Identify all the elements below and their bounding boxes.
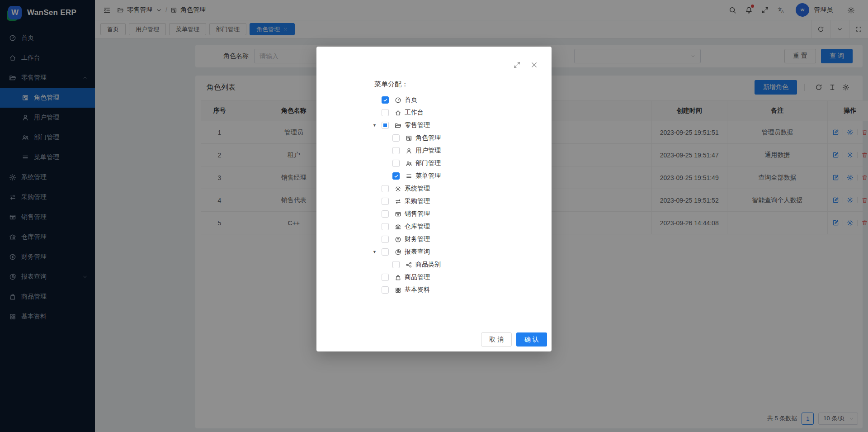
- tree-node-仓库管理: 仓库管理: [367, 220, 542, 233]
- cancel-button[interactable]: 取 消: [481, 332, 512, 347]
- tree-node-label: 销售管理: [405, 210, 430, 218]
- sales-icon: [395, 211, 401, 218]
- tree-node-label: 采购管理: [405, 197, 430, 205]
- home-icon: [395, 109, 401, 116]
- modal-fullscreen-icon[interactable]: [513, 61, 521, 69]
- modal-close-icon[interactable]: [530, 61, 538, 69]
- menu-tree: 首页工作台▼零售管理角色管理用户管理部门管理菜单管理系统管理采购管理销售管理仓库…: [367, 94, 542, 296]
- menu-icon: [406, 173, 412, 180]
- tree-node-label: 零售管理: [405, 121, 430, 129]
- tree-node-label: 系统管理: [405, 185, 430, 193]
- tree-node-工作台: 工作台: [367, 106, 542, 119]
- tree-node-部门管理: 部门管理: [367, 157, 542, 170]
- tree-node-label: 部门管理: [415, 159, 441, 167]
- checkbox-报表查询[interactable]: [382, 248, 389, 256]
- tree-node-菜单管理: 菜单管理: [367, 170, 542, 182]
- user-icon: [406, 147, 412, 154]
- tree-node-label: 财务管理: [405, 235, 430, 243]
- basic-icon: [395, 287, 401, 294]
- warehouse-icon: [395, 223, 401, 230]
- checkbox-采购管理[interactable]: [382, 198, 389, 205]
- tree-node-财务管理: 财务管理: [367, 233, 542, 246]
- tree-node-label: 商品类别: [415, 261, 441, 269]
- checkbox-部门管理[interactable]: [392, 160, 400, 167]
- checkbox-系统管理[interactable]: [382, 185, 389, 192]
- menu-assign-modal: 菜单分配： 首页工作台▼零售管理角色管理用户管理部门管理菜单管理系统管理采购管理…: [316, 47, 552, 351]
- confirm-button[interactable]: 确 认: [516, 332, 547, 347]
- tree-node-采购管理: 采购管理: [367, 195, 542, 208]
- tree-node-首页: 首页: [367, 94, 542, 106]
- tree-node-报表查询: ▼报表查询: [367, 246, 542, 258]
- tree-node-label: 商品管理: [405, 273, 430, 281]
- tree-node-用户管理: 用户管理: [367, 144, 542, 157]
- checkbox-商品管理[interactable]: [382, 274, 389, 281]
- tree-node-销售管理: 销售管理: [367, 208, 542, 220]
- tree-node-label: 工作台: [405, 109, 424, 117]
- tree-node-label: 基本资料: [405, 286, 430, 294]
- goods-icon: [395, 274, 401, 281]
- role-icon: [406, 135, 412, 142]
- checkbox-基本资料[interactable]: [382, 286, 389, 294]
- tree-node-系统管理: 系统管理: [367, 182, 542, 195]
- checkbox-销售管理[interactable]: [382, 210, 389, 218]
- modal-divider: [367, 92, 542, 92]
- tree-node-基本资料: 基本资料: [367, 284, 542, 296]
- dashboard-icon: [395, 97, 401, 104]
- app-root: W WanSen ERP 首页工作台零售管理角色管理用户管理部门管理菜单管理系统…: [0, 0, 868, 432]
- tree-node-商品类别: 商品类别: [367, 258, 542, 271]
- caret-down-icon[interactable]: ▼: [373, 123, 382, 128]
- gear-icon: [395, 185, 401, 192]
- tree-node-label: 用户管理: [415, 147, 441, 155]
- finance-icon: [395, 236, 401, 243]
- tree-node-label: 首页: [405, 96, 417, 104]
- folder-icon: [395, 122, 401, 129]
- tree-node-label: 菜单管理: [415, 172, 441, 180]
- checkbox-财务管理[interactable]: [382, 236, 389, 243]
- tree-node-商品管理: 商品管理: [367, 271, 542, 284]
- checkbox-用户管理[interactable]: [392, 147, 400, 154]
- checkbox-角色管理[interactable]: [392, 134, 400, 142]
- tree-node-零售管理: ▼零售管理: [367, 119, 542, 132]
- share-icon: [406, 261, 412, 268]
- tree-node-label: 角色管理: [415, 134, 441, 142]
- checkbox-工作台[interactable]: [382, 109, 389, 116]
- report-icon: [395, 249, 401, 256]
- dept-icon: [406, 160, 412, 167]
- caret-down-icon[interactable]: ▼: [373, 250, 382, 254]
- checkbox-仓库管理[interactable]: [382, 223, 389, 230]
- checkbox-商品类别[interactable]: [392, 261, 400, 268]
- tree-node-角色管理: 角色管理: [367, 132, 542, 144]
- checkbox-零售管理[interactable]: [382, 122, 389, 129]
- tree-node-label: 报表查询: [405, 248, 430, 256]
- swap-icon: [395, 198, 401, 205]
- tree-node-label: 仓库管理: [405, 223, 430, 231]
- checkbox-菜单管理[interactable]: [392, 172, 400, 180]
- menu-assign-label: 菜单分配：: [374, 80, 408, 89]
- checkbox-首页[interactable]: [382, 96, 389, 104]
